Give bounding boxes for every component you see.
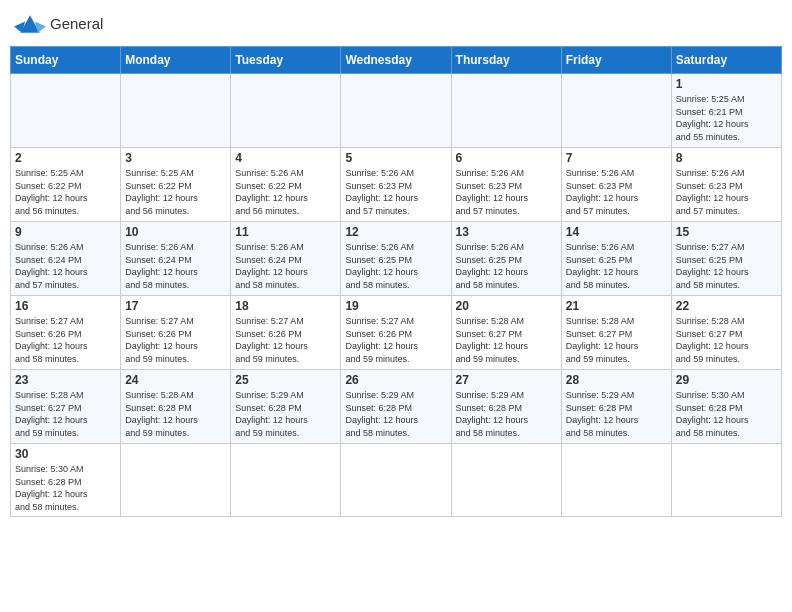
day-number: 2 — [15, 151, 116, 165]
day-info: Sunrise: 5:26 AM Sunset: 6:24 PM Dayligh… — [15, 241, 116, 291]
header-day-monday: Monday — [121, 47, 231, 74]
day-info: Sunrise: 5:26 AM Sunset: 6:25 PM Dayligh… — [456, 241, 557, 291]
calendar-day-cell: 26Sunrise: 5:29 AM Sunset: 6:28 PM Dayli… — [341, 370, 451, 444]
calendar-week-row: 16Sunrise: 5:27 AM Sunset: 6:26 PM Dayli… — [11, 296, 782, 370]
day-info: Sunrise: 5:26 AM Sunset: 6:25 PM Dayligh… — [345, 241, 446, 291]
day-info: Sunrise: 5:28 AM Sunset: 6:27 PM Dayligh… — [566, 315, 667, 365]
calendar-day-cell: 14Sunrise: 5:26 AM Sunset: 6:25 PM Dayli… — [561, 222, 671, 296]
header-day-saturday: Saturday — [671, 47, 781, 74]
calendar-day-cell: 5Sunrise: 5:26 AM Sunset: 6:23 PM Daylig… — [341, 148, 451, 222]
day-number: 5 — [345, 151, 446, 165]
day-number: 12 — [345, 225, 446, 239]
day-info: Sunrise: 5:28 AM Sunset: 6:28 PM Dayligh… — [125, 389, 226, 439]
day-info: Sunrise: 5:28 AM Sunset: 6:27 PM Dayligh… — [676, 315, 777, 365]
day-info: Sunrise: 5:26 AM Sunset: 6:23 PM Dayligh… — [345, 167, 446, 217]
day-number: 17 — [125, 299, 226, 313]
day-number: 24 — [125, 373, 226, 387]
calendar-table: SundayMondayTuesdayWednesdayThursdayFrid… — [10, 46, 782, 517]
day-info: Sunrise: 5:29 AM Sunset: 6:28 PM Dayligh… — [566, 389, 667, 439]
calendar-day-cell — [231, 74, 341, 148]
day-number: 10 — [125, 225, 226, 239]
calendar-day-cell: 30Sunrise: 5:30 AM Sunset: 6:28 PM Dayli… — [11, 444, 121, 517]
day-number: 8 — [676, 151, 777, 165]
day-number: 3 — [125, 151, 226, 165]
logo: General — [14, 10, 103, 38]
calendar-day-cell: 19Sunrise: 5:27 AM Sunset: 6:26 PM Dayli… — [341, 296, 451, 370]
day-number: 19 — [345, 299, 446, 313]
calendar-day-cell — [231, 444, 341, 517]
calendar-day-cell — [451, 74, 561, 148]
day-number: 13 — [456, 225, 557, 239]
day-number: 20 — [456, 299, 557, 313]
day-info: Sunrise: 5:29 AM Sunset: 6:28 PM Dayligh… — [345, 389, 446, 439]
day-number: 1 — [676, 77, 777, 91]
calendar-day-cell — [561, 444, 671, 517]
logo-text: General — [50, 15, 103, 33]
header-day-tuesday: Tuesday — [231, 47, 341, 74]
day-info: Sunrise: 5:26 AM Sunset: 6:23 PM Dayligh… — [676, 167, 777, 217]
calendar-week-row: 2Sunrise: 5:25 AM Sunset: 6:22 PM Daylig… — [11, 148, 782, 222]
day-info: Sunrise: 5:25 AM Sunset: 6:22 PM Dayligh… — [15, 167, 116, 217]
day-info: Sunrise: 5:26 AM Sunset: 6:25 PM Dayligh… — [566, 241, 667, 291]
calendar-day-cell: 25Sunrise: 5:29 AM Sunset: 6:28 PM Dayli… — [231, 370, 341, 444]
day-number: 16 — [15, 299, 116, 313]
calendar-day-cell: 11Sunrise: 5:26 AM Sunset: 6:24 PM Dayli… — [231, 222, 341, 296]
day-number: 29 — [676, 373, 777, 387]
day-number: 7 — [566, 151, 667, 165]
day-number: 25 — [235, 373, 336, 387]
calendar-day-cell — [561, 74, 671, 148]
calendar-day-cell: 18Sunrise: 5:27 AM Sunset: 6:26 PM Dayli… — [231, 296, 341, 370]
calendar-week-row: 1Sunrise: 5:25 AM Sunset: 6:21 PM Daylig… — [11, 74, 782, 148]
day-number: 6 — [456, 151, 557, 165]
day-number: 11 — [235, 225, 336, 239]
calendar-day-cell: 16Sunrise: 5:27 AM Sunset: 6:26 PM Dayli… — [11, 296, 121, 370]
day-number: 28 — [566, 373, 667, 387]
day-info: Sunrise: 5:26 AM Sunset: 6:23 PM Dayligh… — [566, 167, 667, 217]
calendar-day-cell: 22Sunrise: 5:28 AM Sunset: 6:27 PM Dayli… — [671, 296, 781, 370]
calendar-day-cell — [121, 444, 231, 517]
day-number: 30 — [15, 447, 116, 461]
day-number: 14 — [566, 225, 667, 239]
day-number: 9 — [15, 225, 116, 239]
calendar-day-cell: 17Sunrise: 5:27 AM Sunset: 6:26 PM Dayli… — [121, 296, 231, 370]
calendar-day-cell — [121, 74, 231, 148]
calendar-day-cell: 4Sunrise: 5:26 AM Sunset: 6:22 PM Daylig… — [231, 148, 341, 222]
calendar-day-cell: 6Sunrise: 5:26 AM Sunset: 6:23 PM Daylig… — [451, 148, 561, 222]
header-day-thursday: Thursday — [451, 47, 561, 74]
day-info: Sunrise: 5:26 AM Sunset: 6:24 PM Dayligh… — [125, 241, 226, 291]
calendar-day-cell: 3Sunrise: 5:25 AM Sunset: 6:22 PM Daylig… — [121, 148, 231, 222]
day-number: 26 — [345, 373, 446, 387]
day-info: Sunrise: 5:28 AM Sunset: 6:27 PM Dayligh… — [456, 315, 557, 365]
calendar-day-cell: 23Sunrise: 5:28 AM Sunset: 6:27 PM Dayli… — [11, 370, 121, 444]
day-number: 4 — [235, 151, 336, 165]
calendar-day-cell: 28Sunrise: 5:29 AM Sunset: 6:28 PM Dayli… — [561, 370, 671, 444]
day-info: Sunrise: 5:26 AM Sunset: 6:23 PM Dayligh… — [456, 167, 557, 217]
header: General — [10, 10, 782, 38]
day-number: 27 — [456, 373, 557, 387]
day-info: Sunrise: 5:29 AM Sunset: 6:28 PM Dayligh… — [456, 389, 557, 439]
header-day-wednesday: Wednesday — [341, 47, 451, 74]
calendar-day-cell: 9Sunrise: 5:26 AM Sunset: 6:24 PM Daylig… — [11, 222, 121, 296]
calendar-week-row: 30Sunrise: 5:30 AM Sunset: 6:28 PM Dayli… — [11, 444, 782, 517]
calendar-day-cell: 1Sunrise: 5:25 AM Sunset: 6:21 PM Daylig… — [671, 74, 781, 148]
day-info: Sunrise: 5:27 AM Sunset: 6:26 PM Dayligh… — [15, 315, 116, 365]
calendar-day-cell — [341, 74, 451, 148]
calendar-day-cell — [451, 444, 561, 517]
day-info: Sunrise: 5:25 AM Sunset: 6:21 PM Dayligh… — [676, 93, 777, 143]
day-number: 15 — [676, 225, 777, 239]
calendar-week-row: 9Sunrise: 5:26 AM Sunset: 6:24 PM Daylig… — [11, 222, 782, 296]
calendar-day-cell: 2Sunrise: 5:25 AM Sunset: 6:22 PM Daylig… — [11, 148, 121, 222]
calendar-day-cell — [341, 444, 451, 517]
day-info: Sunrise: 5:30 AM Sunset: 6:28 PM Dayligh… — [676, 389, 777, 439]
header-day-friday: Friday — [561, 47, 671, 74]
day-number: 21 — [566, 299, 667, 313]
calendar-day-cell: 13Sunrise: 5:26 AM Sunset: 6:25 PM Dayli… — [451, 222, 561, 296]
calendar-day-cell: 27Sunrise: 5:29 AM Sunset: 6:28 PM Dayli… — [451, 370, 561, 444]
calendar-day-cell: 20Sunrise: 5:28 AM Sunset: 6:27 PM Dayli… — [451, 296, 561, 370]
day-info: Sunrise: 5:27 AM Sunset: 6:26 PM Dayligh… — [235, 315, 336, 365]
day-number: 23 — [15, 373, 116, 387]
logo-icon — [14, 10, 46, 38]
calendar-day-cell: 12Sunrise: 5:26 AM Sunset: 6:25 PM Dayli… — [341, 222, 451, 296]
day-info: Sunrise: 5:30 AM Sunset: 6:28 PM Dayligh… — [15, 463, 116, 513]
calendar-day-cell: 7Sunrise: 5:26 AM Sunset: 6:23 PM Daylig… — [561, 148, 671, 222]
